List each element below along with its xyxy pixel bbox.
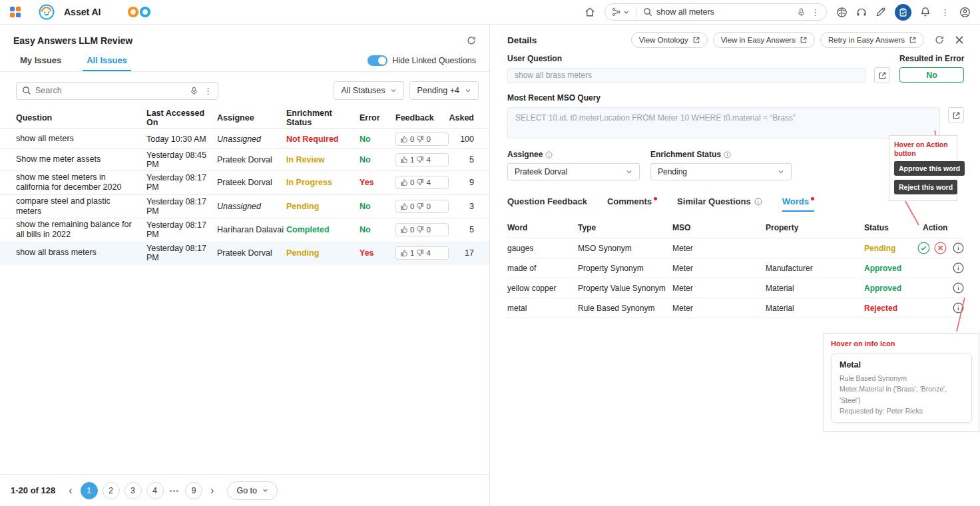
tab-comments[interactable]: Comments [607,196,657,212]
col-error: Error [360,113,395,123]
table-row-selected[interactable]: show all brass meters Yesterday 08:17 PM… [0,242,489,264]
feedback-widget[interactable]: 0 0 [395,223,449,236]
word-cell: made of [507,264,578,273]
feedback-widget[interactable]: 0 4 [395,176,449,189]
user-question-input[interactable] [507,68,866,83]
thumb-down-icon [416,202,424,210]
info-icon [545,151,553,158]
tab-similar-questions[interactable]: Similar Questions [677,196,762,212]
mic-icon[interactable] [190,87,198,95]
next-page-button[interactable]: › [207,485,217,497]
page-button-3[interactable]: 3 [124,482,142,499]
row-asked: 5 [449,225,478,234]
table-row[interactable]: show me steel meters in california for d… [0,171,489,195]
words-table-row: made of Property Synonym Meter Manufactu… [507,258,964,278]
table-row[interactable]: Show me meter assets Yesterday 08:45 PM … [0,149,489,171]
tab-all-issues[interactable]: All Issues [87,55,127,71]
table-row[interactable]: show all meters Today 10:30 AM Unassigne… [0,129,489,149]
open-question-button[interactable] [874,67,890,83]
enrichment-status-select[interactable]: Pending [650,163,792,180]
page-button-4[interactable]: 4 [146,482,164,499]
search-kebab-icon[interactable]: ⋮ [202,87,214,95]
thumb-down-icon [416,226,424,234]
feedback-widget[interactable]: 1 4 [395,153,449,166]
info-icon[interactable] [953,262,964,274]
table-row[interactable]: show the remaining balance for all bills… [0,218,489,242]
info-icon[interactable] [953,282,964,294]
row-question: compare steel and plastic meters [16,196,146,217]
table-row[interactable]: compare steel and plastic meters Yesterd… [0,195,489,219]
app-grid-icon[interactable] [9,6,21,18]
row-question: Show me meter assets [16,154,146,164]
refresh-icon[interactable] [467,36,476,45]
reject-this-word-button[interactable]: Reject this word [894,180,957,194]
mic-icon[interactable] [797,8,806,17]
property-cell: Manufacturer [766,264,864,273]
row-last-accessed: Yesterday 08:17 PM [146,173,217,192]
info-icon[interactable] [953,302,964,314]
feedback-widget[interactable]: 0 0 [395,132,449,146]
status-cell: Approved [864,264,917,273]
notification-dot [654,197,657,200]
type-cell: Property Value Synonym [578,284,672,293]
col-word: Word [507,223,578,232]
account-icon[interactable] [959,7,971,18]
words-table-header: Word Type MSO Property Status Action [507,217,964,238]
pending-filter-dropdown[interactable]: Pending +4 [409,81,479,100]
status-filter-dropdown[interactable]: All Statuses [334,81,404,100]
row-assignee: Prateek Dorval [217,155,286,164]
feedback-widget[interactable]: 0 0 [395,200,449,213]
info-icon[interactable] [953,242,964,254]
thumb-down-icon [416,249,424,257]
approve-word-button[interactable] [917,242,930,254]
goto-page-dropdown[interactable]: Go to [227,481,278,500]
table-search[interactable]: ⋮ [16,82,218,100]
page-button-1[interactable]: 1 [81,482,98,499]
hide-linked-toggle[interactable] [368,55,387,66]
col-property: Property [766,223,864,232]
row-asked: 5 [449,155,478,164]
reject-word-button[interactable] [934,242,947,254]
view-in-easy-answers-button[interactable]: View in Easy Answers [713,32,815,48]
clipboard-badge-button[interactable] [895,4,911,21]
retry-in-easy-answers-button[interactable]: Retry in Easy Answers [820,32,924,48]
pencil-icon[interactable] [875,7,886,17]
search-kebab-icon[interactable]: ⋮ [810,8,821,17]
search-scope-icon[interactable] [612,7,629,17]
topbar: Asset AI ⋮ [0,0,980,25]
row-asked: 3 [449,202,478,211]
topbar-kebab-icon[interactable]: ⋮ [939,8,951,17]
thumb-up-icon [400,178,408,186]
tab-question-feedback[interactable]: Question Feedback [507,196,587,212]
bell-icon[interactable] [920,7,931,17]
row-last-accessed: Yesterday 08:17 PM [146,244,217,262]
prev-page-button[interactable]: ‹ [65,485,75,497]
tab-my-issues[interactable]: My Issues [20,55,61,71]
table-search-input[interactable] [35,86,186,95]
close-icon[interactable] [955,35,964,45]
view-ontology-button[interactable]: View Ontology [631,32,708,48]
row-last-accessed: Today 10:30 AM [146,134,217,144]
headset-icon[interactable] [856,7,867,17]
assignee-select[interactable]: Prateek Dorval [507,163,640,180]
info-icon [724,151,731,158]
global-search[interactable]: ⋮ [605,3,827,21]
user-question-label: User Question [507,54,890,63]
tab-label: Comments [607,196,652,206]
row-enrichment-status: In Review [286,155,360,164]
col-action: Action [917,223,964,232]
status-cell: Approved [864,284,917,293]
tab-words[interactable]: Words [782,196,814,212]
home-icon[interactable] [585,7,595,17]
brain-icon[interactable] [836,7,848,18]
global-search-input[interactable] [656,7,793,17]
approve-this-word-button[interactable]: Approve this word [894,161,965,176]
details-refresh-icon[interactable] [933,34,945,46]
open-query-button[interactable] [948,107,964,123]
row-last-accessed: Yesterday 08:17 PM [146,220,217,239]
page-button-9[interactable]: 9 [185,482,202,499]
page-button-2[interactable]: 2 [103,482,120,499]
resulted-in-error-badge: No [899,67,964,83]
feedback-widget[interactable]: 1 4 [395,246,449,260]
pagination-ellipsis[interactable]: ••• [168,487,181,495]
